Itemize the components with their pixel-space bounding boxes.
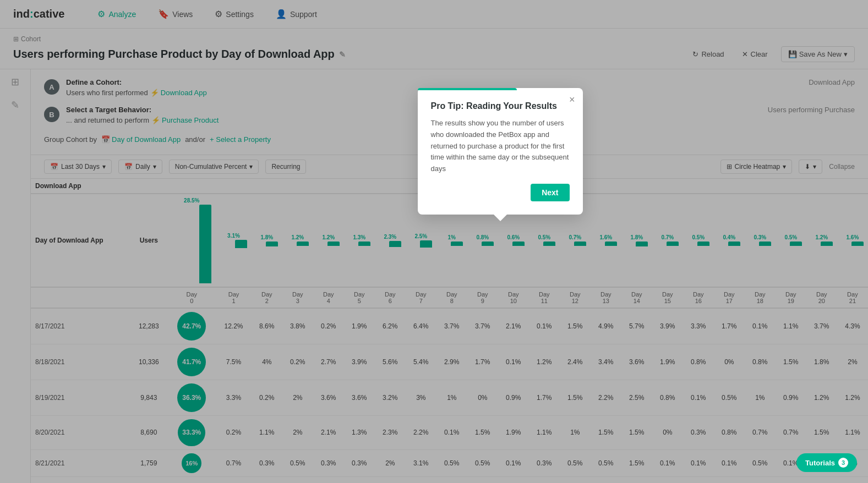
- next-label: Next: [542, 188, 558, 197]
- tooltip-progress-bar: [418, 88, 517, 90]
- next-button[interactable]: Next: [531, 184, 569, 201]
- tooltip-body: The results show you the number of users…: [431, 118, 570, 175]
- tutorials-count-badge: 3: [838, 458, 848, 468]
- tutorials-label: Tutorials: [805, 459, 835, 467]
- tutorials-button[interactable]: Tutorials 3: [796, 453, 857, 472]
- tooltip-next-container: Next: [431, 184, 570, 201]
- pro-tip-tooltip: × Pro Tip: Reading Your Results The resu…: [418, 88, 583, 215]
- tooltip-title: Pro Tip: Reading Your Results: [431, 101, 570, 111]
- modal-overlay[interactable]: [0, 0, 868, 483]
- close-icon: ×: [569, 94, 575, 105]
- tooltip-close-button[interactable]: ×: [569, 95, 575, 105]
